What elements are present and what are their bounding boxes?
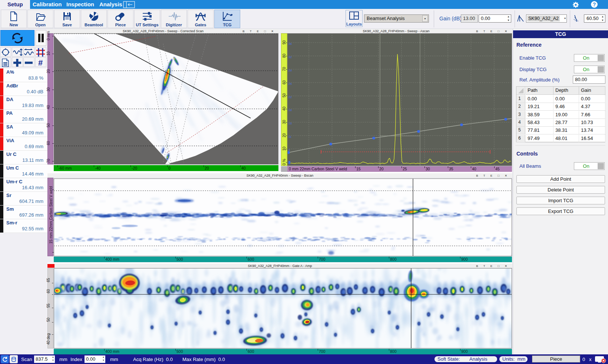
svg-text:29: 29 (288, 69, 292, 72)
svg-text:18: 18 (288, 108, 292, 112)
svg-text:#: # (38, 58, 43, 67)
svg-text:8: 8 (288, 148, 290, 152)
svg-text:25: 25 (288, 82, 292, 86)
svg-text:15: 15 (288, 122, 292, 125)
svg-text:11: 11 (288, 135, 292, 138)
svg-text:32: 32 (288, 56, 292, 59)
svg-text:22: 22 (288, 96, 292, 99)
svg-text:36: 36 (288, 42, 292, 46)
